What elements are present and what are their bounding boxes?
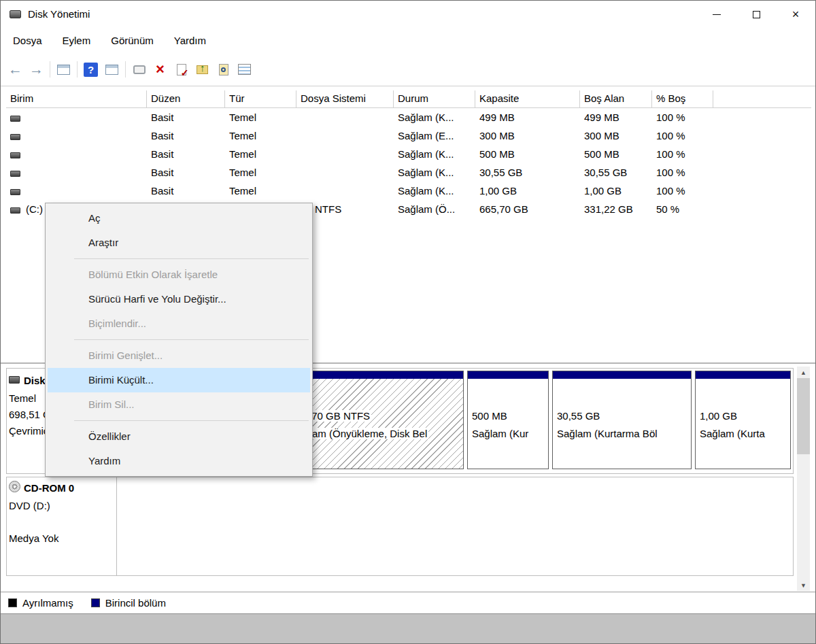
partition-body: 500 MB Sağlam (Kur <box>468 379 548 469</box>
partition-label: 1,00 GB Sağlam (Kurta <box>700 407 789 443</box>
status-button[interactable] <box>129 59 150 80</box>
percent-free-cell: 100 % <box>652 148 713 160</box>
console-window-button[interactable] <box>53 59 74 80</box>
volume-cell <box>6 130 147 141</box>
column-header-pct-bos[interactable]: % Boş <box>652 90 713 107</box>
volume-icon <box>10 171 20 177</box>
column-header-dosya-sistemi[interactable]: Dosya Sistemi <box>296 90 394 107</box>
volume-icon <box>10 207 20 214</box>
column-header-duzen[interactable]: Düzen <box>147 90 225 107</box>
partition-size-label: 30,55 GB <box>557 407 690 425</box>
unallocated-swatch <box>8 598 17 607</box>
partition-status-label: Sağlam (Kurta <box>700 425 789 443</box>
maximize-icon <box>753 11 760 18</box>
type-cell: Temel <box>225 185 296 197</box>
disk-icon <box>9 376 20 384</box>
context-menu-item-ozellikler[interactable]: Özellikler <box>48 424 310 449</box>
speech-bubble-icon <box>133 65 146 74</box>
check-disk-button[interactable]: ✓ <box>171 59 192 80</box>
context-menu-item-arastir[interactable]: Araştır <box>48 231 310 255</box>
partition-status-label: Sağlam (Kur <box>472 425 547 443</box>
forward-button[interactable]: → <box>26 59 47 80</box>
minimize-icon <box>713 14 721 15</box>
back-button[interactable]: ← <box>5 59 26 80</box>
context-menu-item-yardim[interactable]: Yardım <box>48 449 310 473</box>
partition-body: 1,00 GB Sağlam (Kurta <box>696 379 790 469</box>
properties-button[interactable] <box>234 59 255 80</box>
up-arrow-icon: ↑ <box>200 62 205 73</box>
volume-icon <box>10 152 20 158</box>
rescan-button[interactable]: ↑ <box>192 59 213 80</box>
volume-cell <box>6 167 147 178</box>
capacity-cell: 300 MB <box>475 130 580 141</box>
toolbar-separator <box>125 61 126 78</box>
status-cell: Sağlam (K... <box>394 148 475 160</box>
type-cell: Temel <box>225 148 296 160</box>
cdrom-row <box>6 477 794 576</box>
magnifier-icon <box>221 67 226 72</box>
maximize-button[interactable] <box>736 1 776 28</box>
table-row[interactable]: Basit Temel Sağlam (K... 500 MB 500 MB 1… <box>6 145 811 163</box>
context-menu-item-surucu-harfi[interactable]: Sürücü Harfi ve Yolu Değiştir... <box>48 287 310 311</box>
close-button[interactable]: × <box>776 1 815 28</box>
volume-cell <box>6 185 147 197</box>
toolbar: ← → ? × ✓ ↑ <box>1 54 815 84</box>
free-space-cell: 1,00 GB <box>580 185 652 197</box>
vertical-scrollbar[interactable]: ▲ ▼ <box>797 367 810 591</box>
legend-label-primary: Birincil bölüm <box>105 597 166 609</box>
minimize-button[interactable] <box>697 1 736 28</box>
partition-label: 30,55 GB Sağlam (Kurtarma Böl <box>557 407 690 443</box>
column-header-birim[interactable]: Birim <box>6 90 147 107</box>
find-button[interactable] <box>213 59 234 80</box>
scrollbar-thumb[interactable] <box>797 378 810 454</box>
table-row[interactable]: Basit Temel Sağlam (K... 1,00 GB 1,00 GB… <box>6 182 811 200</box>
disk0-type: Temel <box>9 392 36 404</box>
delete-button[interactable]: × <box>150 59 171 80</box>
menu-gorunum[interactable]: Görünüm <box>101 28 164 54</box>
type-cell: Temel <box>225 112 296 123</box>
app-icon <box>10 10 21 18</box>
layout-cell: Basit <box>147 112 225 123</box>
context-menu-separator <box>74 339 309 340</box>
capacity-cell: 30,55 GB <box>475 167 580 178</box>
partition-500mb[interactable]: 500 MB Sağlam (Kur <box>467 371 549 469</box>
help-button[interactable]: ? <box>80 59 101 80</box>
table-row[interactable]: Basit Temel Sağlam (E... 300 MB 300 MB 1… <box>6 126 811 145</box>
partition-30gb[interactable]: 30,55 GB Sağlam (Kurtarma Böl <box>552 371 692 469</box>
table-row[interactable]: Basit Temel Sağlam (K... 30,55 GB 30,55 … <box>6 163 811 182</box>
percent-free-cell: 100 % <box>652 167 713 178</box>
column-header-kapasite[interactable]: Kapasite <box>475 90 580 107</box>
delete-x-icon: × <box>156 62 165 77</box>
partition-size-label: 1,00 GB <box>700 407 789 425</box>
percent-free-cell: 50 % <box>652 203 713 215</box>
partition-body: 30,55 GB Sağlam (Kurtarma Böl <box>553 379 691 469</box>
volume-icon <box>10 116 20 122</box>
table-row[interactable]: Basit Temel Sağlam (K... 499 MB 499 MB 1… <box>6 108 811 126</box>
menu-yardim[interactable]: Yardım <box>164 28 216 54</box>
column-header-tur[interactable]: Tür <box>225 90 296 107</box>
capacity-cell: 500 MB <box>475 148 580 160</box>
column-header-bos-alan[interactable]: Boş Alan <box>580 90 652 107</box>
context-menu-item-birimi-kucult[interactable]: Birimi Küçült... <box>48 368 310 392</box>
free-space-cell: 331,22 GB <box>580 203 652 215</box>
scrollbar-up-button[interactable]: ▲ <box>797 367 810 378</box>
context-menu-item-ac[interactable]: Aç <box>48 206 310 231</box>
show-console-tree-button[interactable] <box>101 59 122 80</box>
help-icon: ? <box>84 63 98 77</box>
layout-cell: Basit <box>147 167 225 178</box>
cdrom-info-divider <box>116 477 117 576</box>
layout-cell: Basit <box>147 130 225 141</box>
check-icon: ✓ <box>181 67 189 78</box>
column-header-filler <box>713 90 811 107</box>
volume-icon <box>10 189 20 195</box>
menu-eylem[interactable]: Eylem <box>52 28 101 54</box>
context-menu-separator <box>74 258 309 259</box>
menu-dosya[interactable]: Dosya <box>3 28 52 54</box>
cdrom-name[interactable]: CD-ROM 0 <box>24 482 74 494</box>
volume-table-header: Birim Düzen Tür Dosya Sistemi Durum Kapa… <box>6 90 811 108</box>
cdrom-media-status: Medya Yok <box>9 532 58 544</box>
scrollbar-down-button[interactable]: ▼ <box>797 579 810 591</box>
column-header-durum[interactable]: Durum <box>394 90 475 107</box>
status-cell: Sağlam (E... <box>394 130 475 141</box>
partition-1gb[interactable]: 1,00 GB Sağlam (Kurta <box>695 371 791 469</box>
